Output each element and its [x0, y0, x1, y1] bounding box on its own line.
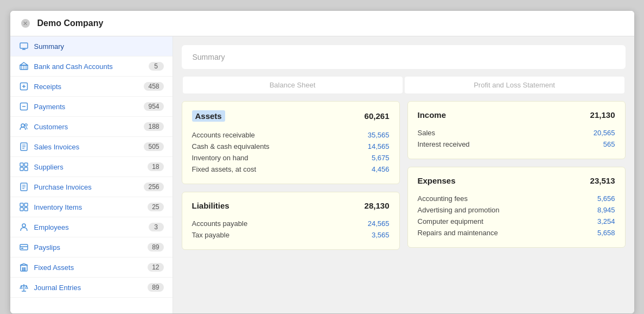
assets-title: Assets: [192, 110, 225, 122]
badge-fixed-assets: 12: [148, 263, 163, 272]
badge-sales-invoices: 505: [144, 142, 163, 151]
doc2-icon: [19, 182, 29, 192]
sidebar: SummaryBank and Cash Accounts5Receipts45…: [10, 36, 173, 313]
svg-rect-19: [20, 163, 23, 166]
building-icon: [19, 262, 29, 272]
sidebar-item-suppliers[interactable]: Suppliers18: [10, 157, 173, 177]
liabilities-title: Liabilities: [192, 201, 229, 210]
section-tabs: Balance Sheet Profit and Loss Statement: [182, 77, 626, 93]
svg-marker-36: [20, 263, 28, 265]
card-row: Accounts payable24,565: [192, 218, 390, 229]
grid2-icon: [19, 202, 29, 212]
liabilities-card: Liabilities 28,130 Accounts payable24,56…: [182, 192, 400, 250]
assets-total: 60,261: [365, 111, 390, 121]
card-row: Fixed assets, at cost4,456: [192, 164, 390, 175]
card-row: Tax payable3,565: [192, 229, 390, 241]
card-row-value: 35,565: [368, 131, 390, 139]
close-button[interactable]: ✕: [21, 19, 30, 28]
card-row: Sales20,565: [418, 127, 615, 139]
sidebar-item-inventory-items[interactable]: Inventory Items25: [10, 197, 173, 217]
expenses-card: Expenses 23,513 Accounting fees5,656Adve…: [407, 167, 626, 248]
sidebar-label-payments: Payments: [34, 103, 144, 111]
tab-profit-loss[interactable]: Profit and Loss Statement: [405, 77, 624, 93]
expenses-rows: Accounting fees5,656Advertising and prom…: [418, 193, 615, 238]
sidebar-item-employees[interactable]: Employees3: [10, 217, 173, 237]
card-row-label: Fixed assets, at cost: [192, 165, 257, 173]
title-bar: ✕ Demo Company: [10, 11, 634, 36]
sidebar-item-payslips[interactable]: Payslips89: [10, 237, 173, 258]
card-row: Inventory on hand5,675: [192, 152, 390, 164]
window-title: Demo Company: [37, 18, 104, 28]
sidebar-item-receipts[interactable]: Receipts458: [10, 77, 173, 97]
svg-point-14: [24, 124, 27, 126]
card-row-label: Computer equipment: [418, 217, 483, 225]
card-row-value: 5,656: [597, 194, 615, 203]
svg-rect-29: [20, 208, 23, 211]
card-row: Repairs and maintenance5,658: [418, 227, 615, 238]
card-row-value: 4,456: [372, 165, 390, 173]
liabilities-rows: Accounts payable24,565Tax payable3,565: [192, 218, 390, 241]
svg-rect-20: [24, 163, 28, 166]
monitor-icon: [19, 41, 29, 51]
card-icon: [19, 242, 29, 252]
assets-card-header: Assets 60,261: [192, 110, 390, 122]
sidebar-label-summary: Summary: [34, 42, 164, 51]
svg-point-31: [22, 224, 25, 227]
scale-icon: [19, 282, 29, 292]
svg-rect-34: [21, 248, 23, 249]
svg-rect-21: [20, 167, 23, 171]
svg-rect-37: [22, 267, 24, 271]
badge-employees: 3: [149, 223, 164, 231]
sidebar-item-customers[interactable]: Customers188: [10, 117, 173, 137]
sidebar-item-payments[interactable]: Payments954: [10, 97, 173, 117]
assets-card: Assets 60,261 Accounts receivable35,565C…: [182, 101, 400, 184]
users-icon: [19, 122, 29, 131]
card-row-label: Cash & cash equivalents: [192, 142, 270, 150]
svg-rect-35: [21, 265, 27, 271]
svg-rect-27: [20, 203, 23, 206]
sidebar-label-receipts: Receipts: [34, 83, 144, 91]
content-breadcrumb: Summary: [182, 45, 626, 69]
badge-inventory-items: 25: [148, 203, 163, 211]
sidebar-item-fixed-assets[interactable]: Fixed Assets12: [10, 258, 173, 278]
doc-icon: [19, 142, 29, 152]
breadcrumb-label: Summary: [193, 53, 225, 61]
card-row-value: 565: [603, 140, 615, 148]
card-row-value: 20,565: [594, 129, 615, 137]
badge-journal-entries: 89: [148, 283, 163, 292]
card-row-value: 8,945: [597, 206, 615, 214]
badge-payments: 954: [144, 102, 163, 111]
sidebar-label-suppliers: Suppliers: [34, 163, 148, 171]
plus-box-icon: [19, 81, 29, 91]
tab-balance-sheet[interactable]: Balance Sheet: [183, 77, 403, 93]
bank-icon: [19, 61, 29, 71]
sidebar-item-journal-entries[interactable]: Journal Entries89: [10, 278, 173, 298]
svg-rect-38: [24, 267, 25, 271]
income-rows: Sales20,565Interest received565: [418, 127, 615, 150]
svg-point-13: [21, 124, 24, 127]
income-title: Income: [418, 110, 447, 120]
main-window: ✕ Demo Company SummaryBank and Cash Acco…: [10, 11, 634, 313]
svg-rect-30: [24, 208, 28, 211]
sidebar-label-bank-cash: Bank and Cash Accounts: [34, 62, 149, 71]
card-row-value: 14,565: [368, 142, 390, 150]
sidebar-item-summary[interactable]: Summary: [10, 36, 173, 56]
sidebar-item-sales-invoices[interactable]: Sales Invoices505: [10, 137, 173, 157]
badge-purchase-invoices: 256: [144, 183, 163, 191]
sidebar-label-payslips: Payslips: [34, 243, 148, 252]
card-row-label: Accounting fees: [418, 194, 468, 203]
sidebar-item-purchase-invoices[interactable]: Purchase Invoices256: [10, 177, 173, 197]
svg-marker-4: [20, 62, 28, 65]
svg-rect-32: [20, 244, 28, 250]
svg-rect-22: [24, 167, 28, 171]
sidebar-item-bank-cash[interactable]: Bank and Cash Accounts5: [10, 56, 173, 77]
card-row: Computer equipment3,254: [418, 216, 615, 227]
expenses-total: 23,513: [590, 176, 615, 185]
content-area: Summary Balance Sheet Profit and Loss St…: [173, 36, 634, 313]
card-row: Cash & cash equivalents14,565: [192, 141, 390, 152]
card-row-value: 3,565: [372, 231, 390, 239]
card-row-label: Advertising and promotion: [418, 206, 500, 214]
sidebar-label-sales-invoices: Sales Invoices: [34, 143, 144, 151]
badge-customers: 188: [144, 122, 163, 131]
minus-box-icon: [19, 102, 29, 111]
